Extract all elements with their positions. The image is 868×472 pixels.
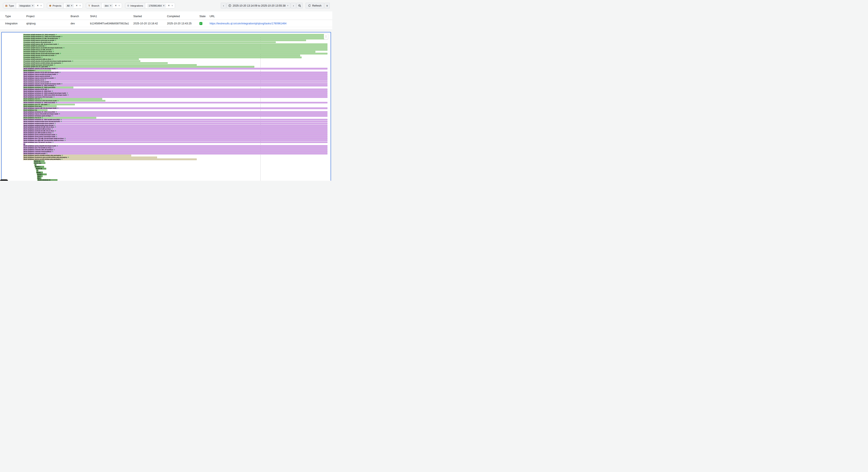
gantt-bar[interactable]: Build qt/qtbase macos-x86_64-developer-b…	[23, 107, 328, 109]
type-dropdown-caret-icon[interactable]: ∨	[40, 5, 42, 6]
gantt-bar[interactable]: T	[36, 170, 38, 171]
gantt-bar[interactable]: Build qt/qtbase sles-15_sp6-static♻	[23, 104, 75, 105]
gantt-bar[interactable]: Build qt/qtbase opensuse-15.6-developer-…	[23, 100, 105, 102]
gantt-bar[interactable]: Build qt/qtbase qemu-arm64-developer-bui…	[23, 134, 328, 135]
gantt-bar[interactable]: Build qt/qtbase macos-quick-minimal♻	[23, 75, 328, 77]
gantt-bar[interactable]: Build qt/qtbase windows-quick-bridges♻	[23, 115, 328, 117]
gantt-bar[interactable]: Provision qt/qt5 macos-universal-on-arm6…	[23, 40, 306, 41]
branch-dropdown-caret-icon[interactable]: ∨	[119, 5, 120, 6]
gantt-bar[interactable]: Build qt/qtbase windows-10_22h2-msvc2022…	[23, 111, 328, 113]
gantt-bar[interactable]: Build qt/qtbase jammy-arm64-debian-pkg-p…	[23, 158, 197, 160]
gantt-bar[interactable]: Build	[36, 171, 43, 173]
time-range-picker[interactable]: 2025-10-20 13:14:09 to 2025-10-20 13:55:…	[226, 3, 290, 8]
integrations-dropdown-caret-icon[interactable]: ∨	[172, 5, 173, 6]
gantt-bar[interactable]: Provision qt/qt5 ubuntu-24.04-arm64-deve…	[23, 60, 140, 62]
gantt-bar[interactable]: Build qt/qtbase qemu-armv7-developer-bui…	[23, 136, 328, 137]
gantt-bar[interactable]: Build qt/qtbase qnx-710-x86_64-developer…	[23, 138, 328, 139]
gantt-bar[interactable]: Build qt/qtbase android-9-x86-on-linux♻	[23, 128, 328, 130]
clear-projects-filter-icon[interactable]: ✕	[76, 4, 78, 7]
gantt-bar[interactable]: Build qt/qtbase macos-arm64-developer-bu…	[23, 73, 328, 75]
gantt-bar[interactable]: Build li	[37, 174, 46, 175]
gantt-bar[interactable]: Build qt/qtbase ubuntu-24.04-x64-develop…	[23, 72, 328, 73]
clear-branch-filter-icon[interactable]: ✕	[115, 4, 117, 7]
gantt-bar[interactable]: Build qt/qtbase qnx-800-x86_64-developer…	[23, 139, 328, 141]
gantt-bar[interactable]: Provision qt/qt5 rhel-9.4♻	[23, 57, 302, 58]
gantt-bar[interactable]: Build qt/qtbase ma	[23, 109, 48, 111]
gantt-bar[interactable]: Build qt/qtbase bookworm-gles-arm64-debi…	[23, 157, 157, 158]
filter-integrations-chip[interactable]: 1760961464✕	[147, 4, 166, 8]
time-range-back-button[interactable]: ‹	[221, 3, 226, 8]
gantt-bar[interactable]: Build qt/qtbase windows-11_24H2-mingw13-…	[23, 92, 328, 94]
gantt-bar[interactable]: Build qt/qtbase qnx-710-armv7-on-linux♻	[23, 141, 328, 143]
gantt-bar[interactable]: Provision qt/qt5 android-9-x86-on-linux♻	[23, 59, 139, 60]
gantt-bar[interactable]: Build qt/qtbase ubuntu-24.04-arm64-devel…	[23, 83, 328, 85]
gantt-bar[interactable]: Provision qt/qt5 jammy-arm64-debian-pkg-…	[23, 62, 167, 64]
gantt-bar[interactable]: Build qt/qtbase ubuntu-22.04♻	[23, 79, 328, 81]
gantt-bar[interactable]: Build qt/qtbase linux-quic	[23, 105, 57, 107]
gantt-bar[interactable]: Build qt/qtbase l	[23, 70, 51, 71]
clear-integrations-filter-icon[interactable]: ✕	[168, 4, 170, 7]
gantt-bar[interactable]: Build qt/qtbase qnx-800-arm64-on-linux♻	[23, 132, 328, 134]
refresh-button[interactable]: Refresh	[306, 3, 324, 8]
gantt-bar[interactable]: Provision qt/qt5 macos-13-x86_64-tests♻	[23, 49, 328, 51]
gantt-bar[interactable]: Build qt/qtbase android-16-x86_64-on-lin…	[23, 130, 328, 132]
gantt-bar[interactable]: Build qt/qtbase vxworks-x86_64-buildtest…	[23, 149, 328, 151]
filter-projects-chip[interactable]: All✕	[65, 4, 74, 8]
task-url-link[interactable]: https://testresults.qt.io/coin/integrati…	[210, 22, 286, 25]
gantt-bar[interactable]: Build qt/qtbase windows-11_24h2-mingw13♻	[23, 85, 328, 87]
gantt-bar[interactable]: Build ub	[36, 168, 46, 169]
remove-branch-value-icon[interactable]: ✕	[110, 5, 112, 7]
gantt-bar[interactable]: Build qt/qtbase android-15-x86_64-on-lin…	[23, 126, 328, 128]
gantt-bar[interactable]: Provision qt/qt5 macos-13-arm64-develope…	[23, 47, 328, 49]
gantt-bar[interactable]: Provision qt/qt5 macos-x86_64-developer-…	[23, 43, 328, 45]
gantt-bar[interactable]: Provision qt/qt5 ubuntu-24.04-x64-develo…	[23, 53, 328, 55]
clear-type-filter-icon[interactable]: ✕	[37, 4, 38, 7]
gantt-bar[interactable]: Provision qt/qt5 windows-11_24H2-msvc202…	[23, 36, 328, 37]
gantt-bar[interactable]: Build qt/qtbase macos-26-arm64-developer…	[23, 113, 328, 115]
gantt-bar[interactable]: Build qt/qtbase webassembly-linux-shared…	[23, 123, 328, 124]
gantt-bar[interactable]: Build qt/qtbase rhel-9.4♻	[23, 98, 102, 100]
gantt-bar[interactable]: Build qt/qtbase webassembly-linux-thread…	[23, 125, 328, 126]
gantt-bar[interactable]: Build qt/qtbase ubuntu-24.04-x64♻	[23, 89, 328, 90]
gantt-bar[interactable]: Build ub	[34, 160, 44, 162]
remove-integrations-value-icon[interactable]: ✕	[163, 5, 165, 7]
gantt-bar[interactable]: Build qt/qtbase qemu-mips64-developer-bu…	[23, 145, 328, 147]
gantt-bar[interactable]: Build qt/qtbase qnx-710-arm64-on-linux♻	[23, 147, 328, 149]
zoom-out-button[interactable]	[297, 3, 303, 8]
time-range-forward-button[interactable]: ›	[291, 3, 296, 8]
gantt-bar[interactable]: Provision qt/qt5 qnx-710-armv7-on-linux♻	[23, 51, 315, 53]
gantt-bar[interactable]: Build qt/qtbase integrity-arm64♻	[23, 153, 328, 154]
gantt-bar[interactable]: Build qt/qtbase opensuse-15.6-host-asan♻	[23, 96, 328, 98]
gantt-bar[interactable]: Provision qt/qt5 sles-15_sp6-static♻	[23, 66, 254, 68]
projects-dropdown-caret-icon[interactable]: ∨	[80, 5, 81, 6]
gantt-bar[interactable]: Provision qt/qt5 ubuntu-24.04-x64-x11-te…	[23, 55, 300, 56]
gantt-bar[interactable]: Provision qt/qt5 windows-10_22h2-mingw13…	[23, 34, 328, 36]
gantt-bar[interactable]: B	[23, 144, 25, 145]
gantt-bar[interactable]: Build qt/qtbase windows-11_24H2-llvm♻	[23, 91, 328, 92]
gantt-bar[interactable]: Build qt/qtbase windows-11_23h2-arm64-ms…	[23, 119, 328, 121]
gantt-bar[interactable]: Provision qt/qt5 macos-26-arm64-tests♻	[23, 41, 276, 43]
panel-menu-button[interactable]: ⋮	[324, 33, 328, 39]
gantt-bar[interactable]: Build u	[35, 166, 44, 167]
gantt-bar[interactable]: Provision qt/qt5 ios-universal♻	[23, 45, 328, 47]
gantt-bar[interactable]: Bui	[37, 177, 41, 179]
gantt-bar[interactable]: Build qt/qtbase macos-universal-on-arm64…	[23, 77, 328, 79]
gantt-bar[interactable]: Build qt/qtbase vxworks-imx6-buildtest♻	[23, 151, 328, 153]
gantt-bar[interactable]: Build qt/qtbase webassembly-linux-thread…	[23, 121, 328, 122]
gantt-bar[interactable]: Build qt/qtbase ubuntu-22.04-developer-b…	[23, 68, 328, 69]
gantt-bar[interactable]: Build qt/qtbase windows-11_24H2-msvc2022…	[23, 102, 328, 103]
remove-projects-value-icon[interactable]: ✕	[71, 5, 72, 7]
gantt-bar[interactable]: Provision qt/qt5 windows-11-x86_64-arm64…	[23, 38, 328, 39]
gantt-bar[interactable]: T	[34, 164, 36, 166]
gantt-bar[interactable]: Provision qt/qt5 opensuse-15.6-host-asan…	[23, 64, 197, 66]
gantt-bar[interactable]: Build qt/qtbase rhel-8.10♻	[23, 117, 96, 119]
gantt-bar[interactable]: Buil	[37, 176, 42, 177]
gantt-bar[interactable]: Build ubu	[34, 162, 45, 164]
filter-type-chip[interactable]: Integration✕	[18, 4, 35, 8]
gantt-bar[interactable]: Build qt/qtbase windows-11_24H2-msvc2022…	[23, 94, 328, 96]
gantt-bar[interactable]: Build qt/qtbase jammy-amd64-debian-pkg-p…	[23, 155, 131, 156]
remove-type-value-icon[interactable]: ✕	[32, 5, 33, 7]
refresh-interval-caret-button[interactable]: ∨	[324, 3, 330, 8]
gantt-bar[interactable]: Build qt/qtbase windows-11_24H2-msvc2022…	[23, 87, 73, 88]
filter-branch-chip[interactable]: dev✕	[103, 4, 113, 8]
